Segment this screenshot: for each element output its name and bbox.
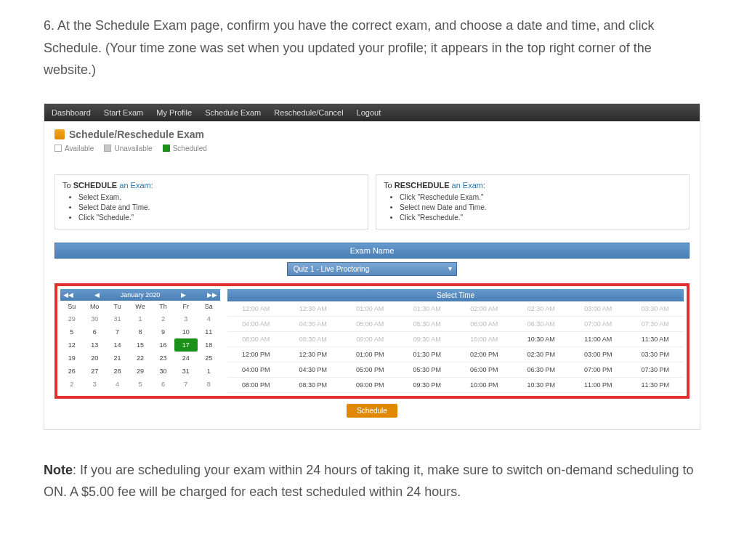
time-slot[interactable]: 09:30 PM xyxy=(399,378,456,393)
legend-available: Available xyxy=(54,145,94,153)
cal-dow: Sa xyxy=(198,301,220,312)
cal-day[interactable]: 29 xyxy=(129,365,151,378)
time-slot[interactable]: 10:00 PM xyxy=(456,378,513,393)
cal-dow: Mo xyxy=(83,301,105,312)
nav-dashboard[interactable]: Dashboard xyxy=(52,108,91,117)
cal-day[interactable]: 24 xyxy=(174,352,197,365)
list-item: Click "Schedule." xyxy=(78,213,360,223)
time-slot[interactable]: 11:00 PM xyxy=(570,378,627,393)
time-slot[interactable]: 12:30 PM xyxy=(285,347,342,362)
time-slot[interactable]: 06:30 PM xyxy=(513,362,570,378)
cal-day[interactable]: 2 xyxy=(60,378,83,391)
time-slot[interactable]: 11:00 AM xyxy=(570,332,627,347)
cal-day[interactable]: 2 xyxy=(152,312,174,325)
nav-start-exam[interactable]: Start Exam xyxy=(104,108,143,117)
time-slot[interactable]: 06:00 PM xyxy=(456,362,513,378)
cal-prev-month[interactable]: ◀ xyxy=(94,291,100,299)
cal-day[interactable]: 12 xyxy=(60,338,83,352)
cal-day[interactable]: 8 xyxy=(198,378,220,391)
cal-day[interactable]: 22 xyxy=(129,352,151,365)
cal-day[interactable]: 4 xyxy=(198,312,220,325)
time-slot[interactable]: 07:30 PM xyxy=(627,362,684,378)
time-slot[interactable]: 07:00 PM xyxy=(570,362,627,378)
time-slot: 08:00 AM xyxy=(227,332,285,347)
cal-day[interactable]: 31 xyxy=(106,312,129,325)
list-item: Click "Reschedule." xyxy=(400,213,682,223)
time-slot[interactable]: 03:00 PM xyxy=(570,347,627,362)
cal-dow: Th xyxy=(152,301,174,312)
cal-day[interactable]: 16 xyxy=(152,338,174,352)
cal-day[interactable]: 13 xyxy=(83,338,105,352)
cal-dow: Tu xyxy=(106,301,129,312)
cal-day[interactable]: 31 xyxy=(174,365,197,378)
cal-day[interactable]: 26 xyxy=(60,365,83,378)
cal-day[interactable]: 7 xyxy=(106,325,129,338)
nav-reschedule-cancel[interactable]: Reschedule/Cancel xyxy=(274,108,343,117)
cal-day[interactable]: 29 xyxy=(60,312,83,325)
cal-day[interactable]: 14 xyxy=(106,338,129,352)
cal-day[interactable]: 17 xyxy=(174,338,197,352)
cal-day[interactable]: 30 xyxy=(152,365,174,378)
cal-day[interactable]: 19 xyxy=(60,352,83,365)
time-slot[interactable]: 02:00 PM xyxy=(456,347,513,362)
time-slot[interactable]: 04:00 PM xyxy=(227,362,285,378)
schedule-instructions: To SCHEDULE an Exam: Select Exam. Select… xyxy=(54,174,368,230)
cal-day[interactable]: 15 xyxy=(129,338,151,352)
cal-day[interactable]: 11 xyxy=(198,325,220,338)
cal-day[interactable]: 10 xyxy=(174,325,197,338)
time-slot[interactable]: 01:00 PM xyxy=(341,347,399,362)
nav-logout[interactable]: Logout xyxy=(357,108,381,117)
cal-day[interactable]: 18 xyxy=(198,338,220,352)
time-slot[interactable]: 09:00 PM xyxy=(341,378,399,393)
time-slot[interactable]: 08:30 PM xyxy=(285,378,342,393)
cal-dow: Fr xyxy=(174,301,197,312)
cal-day[interactable]: 7 xyxy=(174,378,197,391)
cal-next-month[interactable]: ▶ xyxy=(181,291,186,299)
cal-day[interactable]: 25 xyxy=(198,352,220,365)
cal-day[interactable]: 1 xyxy=(198,365,220,378)
cal-day[interactable]: 3 xyxy=(174,312,197,325)
top-nav: Dashboard Start Exam My Profile Schedule… xyxy=(44,104,700,121)
cal-dow: We xyxy=(129,301,151,312)
time-slot[interactable]: 08:00 PM xyxy=(227,378,285,393)
cal-day[interactable]: 3 xyxy=(83,378,105,391)
cal-day[interactable]: 23 xyxy=(152,352,174,365)
time-slot[interactable]: 04:30 PM xyxy=(285,362,342,378)
time-slot[interactable]: 05:00 PM xyxy=(341,362,399,378)
time-slot[interactable]: 03:30 PM xyxy=(627,347,684,362)
time-slot[interactable]: 11:30 PM xyxy=(627,378,684,393)
cal-day[interactable]: 8 xyxy=(129,325,151,338)
time-slot[interactable]: 11:30 AM xyxy=(627,332,684,347)
cal-day[interactable]: 28 xyxy=(106,365,129,378)
cal-day[interactable]: 30 xyxy=(83,312,105,325)
time-slot: 08:30 AM xyxy=(285,332,342,347)
time-slot[interactable]: 12:00 PM xyxy=(227,347,285,362)
time-slot[interactable]: 10:30 AM xyxy=(513,332,570,347)
time-slot[interactable]: 01:30 PM xyxy=(399,347,456,362)
time-slot: 04:00 AM xyxy=(227,317,285,332)
exam-dropdown[interactable]: Quiz 1 - Live Proctoring xyxy=(287,262,458,276)
time-slot: 10:00 AM xyxy=(456,332,513,347)
time-slot[interactable]: 02:30 PM xyxy=(513,347,570,362)
nav-my-profile[interactable]: My Profile xyxy=(156,108,192,117)
cal-day[interactable]: 4 xyxy=(106,378,129,391)
time-slot: 02:30 AM xyxy=(513,301,570,317)
cal-day[interactable]: 6 xyxy=(83,325,105,338)
cal-day[interactable]: 5 xyxy=(129,378,151,391)
cal-day[interactable]: 6 xyxy=(152,378,174,391)
time-slot[interactable]: 10:30 PM xyxy=(513,378,570,393)
time-slot: 12:00 AM xyxy=(227,301,285,317)
nav-schedule-exam[interactable]: Schedule Exam xyxy=(205,108,261,117)
exam-name-header: Exam Name xyxy=(54,243,690,259)
cal-next-year[interactable]: ▶▶ xyxy=(207,291,217,299)
time-slot[interactable]: 05:30 PM xyxy=(399,362,456,378)
schedule-button[interactable]: Schedule xyxy=(347,404,397,418)
cal-day[interactable]: 27 xyxy=(83,365,105,378)
cal-prev-year[interactable]: ◀◀ xyxy=(63,291,73,299)
cal-day[interactable]: 1 xyxy=(129,312,151,325)
time-slot: 07:30 AM xyxy=(627,317,684,332)
cal-day[interactable]: 21 xyxy=(106,352,129,365)
cal-day[interactable]: 5 xyxy=(60,325,83,338)
cal-day[interactable]: 20 xyxy=(83,352,105,365)
cal-day[interactable]: 9 xyxy=(152,325,174,338)
